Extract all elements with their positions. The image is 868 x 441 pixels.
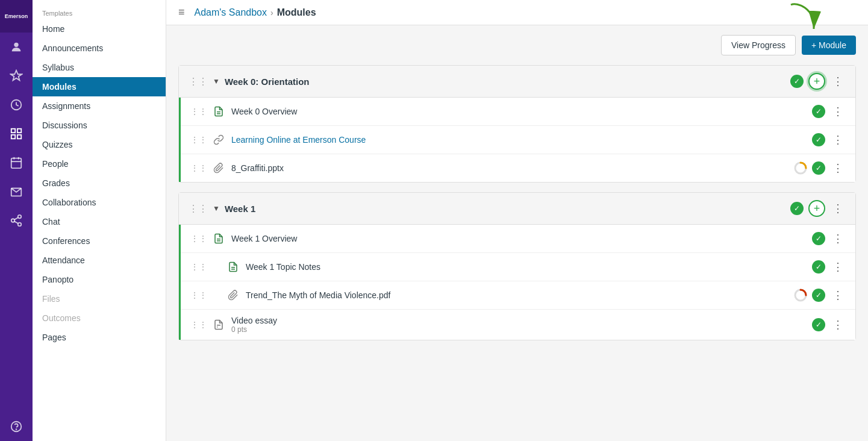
sidebar-item-discussions[interactable]: Discussions — [33, 116, 166, 135]
item-subtitle: 0 pts — [231, 325, 812, 334]
nav-icon-badge[interactable] — [0, 61, 33, 90]
nav-icon-redirect[interactable] — [0, 206, 33, 235]
item-actions: ✓⋮ — [812, 132, 846, 148]
hamburger-icon[interactable]: ≡ — [178, 6, 185, 19]
sidebar-item-pages[interactable]: Pages — [33, 328, 166, 347]
svg-rect-5 — [17, 135, 21, 139]
add-module-button[interactable]: + Module — [802, 36, 856, 55]
main-header: ≡ Adam's Sandbox › Modules — [166, 0, 868, 25]
module-add-item-button[interactable]: + — [808, 73, 825, 90]
item-drag-handle[interactable]: ⋮⋮ — [190, 107, 207, 116]
svg-rect-4 — [11, 135, 15, 139]
module-item: ⋮⋮Week 1 Topic Notes✓⋮ — [181, 253, 855, 281]
progress-icon — [794, 289, 807, 302]
svg-point-17 — [16, 429, 17, 430]
item-more-button[interactable]: ⋮ — [830, 317, 846, 333]
item-title: Week 0 Overview — [231, 107, 812, 116]
module-title: Week 0: Orientation — [225, 77, 790, 87]
nav-icon-inbox[interactable] — [0, 177, 33, 206]
module-item: ⋮⋮Week 0 Overview✓⋮ — [181, 98, 855, 126]
item-more-button[interactable]: ⋮ — [830, 231, 846, 246]
check-circle-icon: ✓ — [812, 232, 825, 245]
sidebar-item-chat[interactable]: Chat — [33, 212, 166, 231]
item-title[interactable]: Learning Online at Emerson Course — [231, 135, 812, 145]
module-expand-toggle[interactable]: ▼ — [213, 204, 220, 213]
modules-container: ⋮⋮▼Week 0: Orientation✓+⋮⋮⋮Week 0 Overvi… — [178, 65, 856, 340]
nav-icon-help[interactable] — [0, 412, 33, 441]
sidebar-item-files[interactable]: Files — [33, 289, 166, 308]
sidebar-item-assignments[interactable]: Assignments — [33, 96, 166, 116]
item-drag-handle[interactable]: ⋮⋮ — [190, 163, 207, 173]
item-more-button[interactable]: ⋮ — [830, 259, 846, 275]
nav-icon-courses[interactable] — [0, 119, 33, 148]
breadcrumb-sandbox-link[interactable]: Adam's Sandbox — [195, 7, 267, 18]
module-block-week0: ⋮⋮▼Week 0: Orientation✓+⋮⋮⋮Week 0 Overvi… — [178, 65, 856, 183]
module-more-button[interactable]: ⋮ — [830, 201, 846, 216]
module-item: ⋮⋮8_Graffiti.pptx✓⋮ — [181, 154, 855, 182]
link-icon — [212, 133, 225, 146]
item-drag-handle[interactable]: ⋮⋮ — [190, 320, 207, 330]
progress-icon — [794, 161, 807, 175]
module-more-button[interactable]: ⋮ — [830, 74, 846, 89]
module-item: ⋮⋮Trend_The Myth of Media Violence.pdf✓⋮ — [181, 281, 855, 310]
sidebar-item-attendance[interactable]: Attendance — [33, 251, 166, 270]
sidebar-item-home[interactable]: Home — [33, 19, 166, 39]
toolbar: View Progress + Module — [178, 35, 856, 55]
check-circle-icon: ✓ — [812, 260, 825, 274]
sidebar-item-panopto[interactable]: Panopto — [33, 270, 166, 289]
attachment-icon — [212, 161, 225, 175]
module-drag-handle[interactable]: ⋮⋮ — [189, 203, 208, 214]
module-item: ⋮⋮Week 1 Overview✓⋮ — [181, 225, 855, 253]
assignment-icon — [212, 318, 225, 331]
module-actions: ✓+⋮ — [790, 200, 846, 217]
item-more-button[interactable]: ⋮ — [830, 160, 846, 176]
icon-bar: Emerson — [0, 0, 33, 441]
sidebar-item-grades[interactable]: Grades — [33, 174, 166, 193]
item-more-button[interactable]: ⋮ — [830, 132, 846, 148]
module-drag-handle[interactable]: ⋮⋮ — [189, 76, 208, 87]
item-drag-handle[interactable]: ⋮⋮ — [190, 290, 207, 300]
nav-icon-account[interactable] — [0, 33, 33, 61]
module-add-item-button[interactable]: + — [808, 200, 825, 217]
nav-icon-clock[interactable] — [0, 90, 33, 119]
module-items-week1: ⋮⋮Week 1 Overview✓⋮⋮⋮Week 1 Topic Notes✓… — [179, 225, 855, 340]
sidebar-item-announcements[interactable]: Announcements — [33, 39, 166, 58]
check-circle-icon: ✓ — [812, 161, 825, 175]
check-circle-icon: ✓ — [790, 75, 804, 88]
svg-rect-2 — [11, 129, 15, 133]
sidebar-item-quizzes[interactable]: Quizzes — [33, 135, 166, 154]
item-actions: ✓⋮ — [812, 317, 846, 333]
module-actions: ✓+⋮ — [790, 73, 846, 90]
svg-rect-6 — [11, 158, 22, 169]
breadcrumb-current: Modules — [277, 7, 316, 18]
view-progress-button[interactable]: View Progress — [721, 35, 796, 55]
sidebar: Templates HomeAnnouncementsSyllabusModul… — [33, 0, 166, 441]
item-actions: ✓⋮ — [812, 231, 846, 246]
check-circle-icon: ✓ — [790, 202, 804, 215]
svg-rect-3 — [17, 129, 21, 133]
breadcrumb: Adam's Sandbox › Modules — [195, 7, 316, 18]
sidebar-item-outcomes[interactable]: Outcomes — [33, 308, 166, 328]
item-drag-handle[interactable]: ⋮⋮ — [190, 262, 207, 272]
main-content-area: ≡ Adam's Sandbox › Modules View Progress — [166, 0, 868, 441]
item-actions: ✓⋮ — [794, 287, 846, 303]
sidebar-item-syllabus[interactable]: Syllabus — [33, 58, 166, 77]
attachment-icon — [226, 289, 240, 302]
item-more-button[interactable]: ⋮ — [830, 104, 846, 119]
item-drag-handle[interactable]: ⋮⋮ — [190, 234, 207, 243]
item-more-button[interactable]: ⋮ — [830, 287, 846, 303]
svg-point-13 — [18, 223, 22, 227]
item-actions: ✓⋮ — [794, 160, 846, 176]
check-circle-icon: ✓ — [812, 105, 825, 118]
module-expand-toggle[interactable]: ▼ — [213, 77, 220, 86]
sidebar-item-modules[interactable]: Modules — [33, 77, 166, 96]
sidebar-item-people[interactable]: People — [33, 154, 166, 174]
school-logo[interactable]: Emerson — [0, 0, 33, 33]
sidebar-item-collaborations[interactable]: Collaborations — [33, 193, 166, 212]
check-circle-icon: ✓ — [812, 133, 825, 146]
item-drag-handle[interactable]: ⋮⋮ — [190, 135, 207, 145]
page-icon — [226, 260, 240, 274]
sidebar-item-conferences[interactable]: Conferences — [33, 231, 166, 251]
check-circle-icon: ✓ — [812, 289, 825, 302]
nav-icon-calendar[interactable] — [0, 148, 33, 177]
